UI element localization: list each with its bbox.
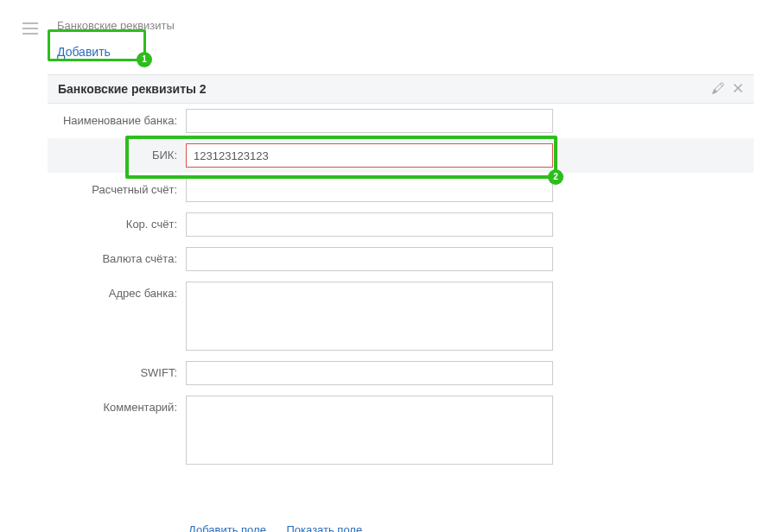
label-account: Расчетный счёт: — [48, 178, 186, 196]
annotation-badge-1: 1 — [137, 52, 152, 67]
section-header: Банковские реквизиты 2 — [48, 74, 754, 104]
label-bank-address: Адрес банка: — [48, 282, 186, 300]
label-bank-name: Наименование банка: — [48, 109, 186, 127]
row-currency: Валюта счёта: — [48, 242, 754, 276]
input-account[interactable] — [186, 178, 553, 202]
edit-icon[interactable] — [712, 82, 724, 97]
page-title: Банковские реквизиты — [57, 19, 175, 32]
row-account: Расчетный счёт: — [48, 173, 754, 207]
label-swift: SWIFT: — [48, 361, 186, 379]
row-swift: SWIFT: — [48, 356, 754, 390]
add-field-link[interactable]: Добавить поле — [188, 523, 266, 532]
form-area: Наименование банка: БИК: Расчетный счёт:… — [48, 104, 754, 470]
input-bank-name[interactable] — [186, 109, 553, 133]
row-bank-address: Адрес банка: — [48, 276, 754, 356]
add-link[interactable]: Добавить — [57, 41, 111, 62]
label-corr-account: Кор. счёт: — [48, 212, 186, 231]
row-bank-name: Наименование банка: — [48, 104, 754, 138]
row-bik: БИК: — [48, 138, 754, 173]
input-corr-account[interactable] — [186, 212, 553, 237]
close-icon[interactable] — [733, 82, 743, 96]
row-corr-account: Кор. счёт: — [48, 207, 754, 242]
label-currency: Валюта счёта: — [48, 247, 186, 265]
input-bik[interactable] — [186, 143, 553, 168]
label-bik: БИК: — [48, 143, 186, 162]
input-comment[interactable] — [186, 396, 553, 465]
menu-icon[interactable] — [22, 22, 38, 35]
section-title: Банковские реквизиты 2 — [58, 82, 703, 96]
show-field-link[interactable]: Показать поле — [287, 523, 363, 532]
input-currency[interactable] — [186, 247, 553, 271]
input-swift[interactable] — [186, 361, 553, 385]
input-bank-address[interactable] — [186, 282, 553, 351]
row-comment: Комментарий: — [48, 390, 754, 470]
label-comment: Комментарий: — [48, 396, 186, 414]
bottom-links: Добавить поле Показать поле — [188, 523, 379, 532]
